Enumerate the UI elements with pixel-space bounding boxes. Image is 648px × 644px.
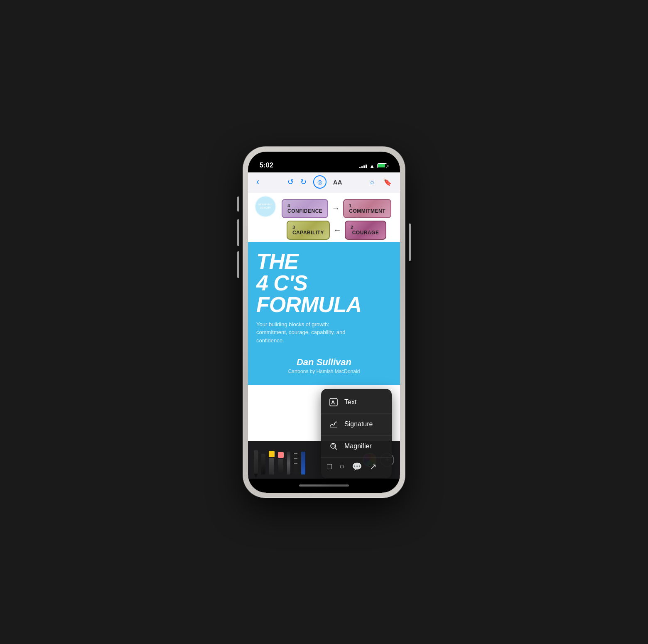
- svg-text:A: A: [331, 399, 335, 406]
- magnifier-label: Magnifier: [344, 442, 372, 450]
- arrow-tool[interactable]: ↗: [370, 462, 377, 472]
- phone-frame: 5:02 ▲: [243, 147, 405, 498]
- navigation-bar: ‹ ↺ ↻ ◎ AA ⌕ 🔖: [248, 172, 400, 192]
- font-size-button[interactable]: AA: [333, 179, 342, 186]
- eraser-tool[interactable]: [278, 445, 284, 474]
- svg-line-5: [335, 447, 337, 450]
- ruler-tool[interactable]: [294, 445, 298, 474]
- rectangle-tool[interactable]: □: [327, 462, 332, 471]
- capability-number: 3: [292, 225, 295, 230]
- bookmark-icon[interactable]: 🔖: [383, 178, 392, 186]
- volume-up-button[interactable]: [237, 219, 239, 246]
- title-line1: THE: [256, 251, 392, 272]
- book-cover: STRATEGIC COACH® 4 CONFIDENCE →: [248, 192, 400, 385]
- capability-label: CAPABILITY: [292, 230, 324, 236]
- courage-label: COURAGE: [352, 230, 379, 236]
- book-subtitle: Your building blocks of growth: commitme…: [256, 320, 356, 345]
- marker-body: [301, 452, 305, 474]
- strategic-coach-logo: STRATEGIC COACH®: [255, 196, 276, 217]
- book-title: THE 4 C'S FORMULA: [256, 251, 392, 315]
- volume-down-button[interactable]: [237, 251, 239, 278]
- phone-screen: 5:02 ▲: [248, 152, 400, 493]
- svg-point-4: [332, 445, 334, 447]
- signal-bar-1: [359, 167, 361, 168]
- diagram-top-row: 4 CONFIDENCE → 1 COMMITMENT: [282, 199, 391, 218]
- mute-button[interactable]: [237, 197, 239, 211]
- ruler-mark-5: [294, 463, 297, 464]
- callout-tool[interactable]: 💬: [352, 462, 362, 472]
- arrow-right-1: →: [331, 199, 340, 218]
- compass-icon: ◎: [317, 179, 322, 185]
- redo-button[interactable]: ↻: [300, 177, 307, 187]
- pen-2-body: [261, 454, 265, 474]
- status-icons: ▲: [359, 163, 388, 169]
- title-line3: FORMULA: [256, 294, 392, 315]
- title-line2: 4 C'S: [256, 272, 392, 294]
- commitment-box: 1 COMMITMENT: [343, 199, 391, 218]
- compass-button[interactable]: ◎: [313, 175, 326, 189]
- confidence-number: 4: [287, 203, 290, 208]
- text-menu-item[interactable]: A Text: [321, 391, 392, 413]
- back-button[interactable]: ‹: [256, 177, 259, 187]
- text-icon: A: [328, 396, 339, 408]
- cover-text-area: THE 4 C'S FORMULA Your building blocks o…: [248, 242, 400, 385]
- pencil-body: [287, 452, 290, 474]
- popup-menu: A Text Signa: [321, 389, 392, 478]
- signal-bar-2: [361, 166, 363, 168]
- markup-area: A Text Signa: [248, 385, 400, 493]
- signature-label: Signature: [344, 420, 373, 428]
- signal-bar-4: [366, 165, 367, 168]
- battery-icon: [377, 163, 388, 168]
- status-time: 5:02: [260, 162, 273, 169]
- status-bar: 5:02 ▲: [248, 152, 400, 172]
- ruler-body: [294, 452, 298, 474]
- author-cartoons: Cartoons by Hamish MacDonald: [256, 369, 392, 374]
- courage-box: 2 COURAGE: [345, 221, 386, 240]
- home-bar: [299, 484, 349, 487]
- signal-bar-3: [363, 165, 365, 168]
- pen-1-tip: [254, 474, 258, 478]
- eraser-handle: [278, 459, 283, 474]
- signal-icon: [359, 163, 367, 168]
- diagram-area: STRATEGIC COACH® 4 CONFIDENCE →: [248, 192, 400, 242]
- screen-content: 5:02 ▲: [248, 152, 400, 493]
- commitment-label: COMMITMENT: [349, 208, 385, 214]
- eraser-body: [278, 452, 284, 458]
- battery-body: [377, 163, 387, 168]
- search-icon[interactable]: ⌕: [370, 178, 374, 186]
- magnifier-menu-item[interactable]: Magnifier: [321, 435, 392, 457]
- highlighter-tool[interactable]: [269, 445, 275, 474]
- marker-tool[interactable]: [301, 445, 305, 474]
- dynamic-island: [299, 156, 349, 170]
- text-label: Text: [344, 398, 356, 406]
- confidence-box: 4 CONFIDENCE: [282, 199, 328, 218]
- battery-fill: [378, 164, 385, 167]
- ruler-mark-1: [294, 453, 297, 454]
- circle-tool[interactable]: ○: [339, 462, 344, 471]
- white-page: A Text Signa: [248, 385, 400, 441]
- pencil-tool[interactable]: [287, 445, 290, 474]
- author-section: Dan Sullivan Cartoons by Hamish MacDonal…: [256, 357, 392, 374]
- battery-tip: [388, 165, 388, 167]
- courage-number: 2: [351, 225, 353, 230]
- signature-icon: [328, 418, 339, 430]
- pen-1-body: [254, 450, 258, 474]
- ruler-mark-4: [294, 461, 297, 461]
- shape-tools-row: □ ○ 💬 ↗: [321, 457, 392, 476]
- undo-button[interactable]: ↺: [287, 177, 294, 187]
- highlighter-cap: [269, 451, 275, 457]
- commitment-number: 1: [349, 203, 351, 208]
- wifi-icon: ▲: [369, 163, 375, 169]
- pen-tool-2[interactable]: [261, 445, 265, 474]
- ruler-mark-2: [294, 456, 297, 456]
- confidence-label: CONFIDENCE: [287, 208, 322, 214]
- power-button[interactable]: [409, 224, 411, 261]
- signature-menu-item[interactable]: Signature: [321, 413, 392, 435]
- nav-right-icons: ⌕ 🔖: [370, 178, 392, 186]
- pen-tool-1[interactable]: [254, 445, 258, 474]
- highlighter-body: [269, 458, 274, 474]
- arrow-left-1: ←: [333, 221, 341, 240]
- home-indicator: [248, 479, 400, 493]
- ruler-mark-3: [294, 458, 297, 459]
- capability-box: 3 CAPABILITY: [287, 221, 330, 240]
